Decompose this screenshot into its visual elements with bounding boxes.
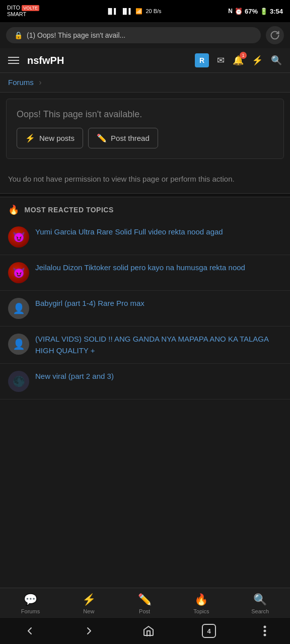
most-reacted-header: 🔥 MOST REACTED TOPICS <box>0 197 290 219</box>
carrier-name: DITO VOLTE <box>7 5 39 11</box>
hamburger-menu[interactable] <box>8 57 19 64</box>
new-posts-label: New posts <box>39 134 75 142</box>
bottom-nav-post[interactable]: ✏️ Post <box>138 593 152 614</box>
tab-switcher[interactable]: 4 <box>202 624 216 638</box>
forums-nav-label: Forums <box>21 608 40 614</box>
carrier-name2: SMART <box>7 11 39 18</box>
browser-bar: 🔒 (1) Oops! This page isn't avail... <box>0 22 290 48</box>
topic-item[interactable]: 🌑 New viral (part 2 and 3) <box>0 364 290 399</box>
battery-time: N ⏰ 67% 🔋 3:54 <box>228 8 283 15</box>
bottom-nav-search[interactable]: 🔍 Search <box>251 593 269 614</box>
topics-list: 😈 Yumi Garcia Ultra Rare Solid Full vide… <box>0 219 290 399</box>
error-buttons: ⚡ New posts ✏️ Post thread <box>17 128 273 148</box>
post-nav-icon: ✏️ <box>138 593 152 606</box>
activity-icon[interactable]: ⚡ <box>252 55 263 66</box>
search-icon[interactable]: 🔍 <box>271 55 282 66</box>
url-text: (1) Oops! This page isn't avail... <box>27 31 125 39</box>
battery-percent: 67% <box>245 8 258 15</box>
signal-bars2: ▐▌▌ <box>121 8 132 14</box>
topic-item[interactable]: 😈 Jeilalou Dizon Tiktoker solid pero kay… <box>0 255 290 291</box>
nav-icons: R ✉ 🔔 1 ⚡ 🔍 <box>195 53 282 67</box>
topic-title: Babygirl (part 1-4) Rare Pro max <box>35 298 144 309</box>
error-box: Oops! This page isn't available. ⚡ New p… <box>6 99 284 159</box>
search-nav-icon: 🔍 <box>253 593 267 606</box>
battery-icon: 🔋 <box>260 8 268 15</box>
browser-nav: 4 <box>0 617 290 644</box>
lightning-icon: ⚡ <box>25 133 35 143</box>
breadcrumb-forums-label: Forums <box>8 78 34 87</box>
post-thread-label: Post thread <box>111 134 150 142</box>
time: 3:54 <box>270 8 283 15</box>
topic-item[interactable]: 👤 (VIRAL VIDS) SOLID !! ANG GANDA NYA MA… <box>0 327 290 364</box>
site-title: nsfwPH <box>27 55 187 66</box>
bottom-nav-topics[interactable]: 🔥 Topics <box>193 593 209 614</box>
topics-nav-icon: 🔥 <box>194 593 208 606</box>
breadcrumb-forums[interactable]: Forums <box>8 78 34 87</box>
lock-icon: 🔒 <box>14 31 23 39</box>
more-options-button[interactable] <box>263 625 266 637</box>
url-bar[interactable]: 🔒 (1) Oops! This page isn't avail... <box>6 27 261 43</box>
topic-avatar: 👤 <box>8 298 29 319</box>
forward-button[interactable] <box>83 625 95 637</box>
topic-avatar: 🌑 <box>8 371 29 392</box>
topics-nav-label: Topics <box>193 608 209 614</box>
bottom-nav-forums[interactable]: 💬 Forums <box>21 593 40 614</box>
notifications-icon[interactable]: 🔔 1 <box>233 55 244 66</box>
user-avatar[interactable]: R <box>195 53 209 67</box>
topic-item[interactable]: 👤 Babygirl (part 1-4) Rare Pro max <box>0 291 290 327</box>
svg-point-1 <box>264 630 266 632</box>
edit-icon: ✏️ <box>97 133 107 143</box>
new-posts-button[interactable]: ⚡ New posts <box>17 128 83 148</box>
search-nav-label: Search <box>251 608 269 614</box>
topic-avatar: 😈 <box>8 226 29 248</box>
error-title: Oops! This page isn't available. <box>17 109 273 120</box>
topic-title: (VIRAL VIDS) SOLID !! ANG GANDA NYA MAPA… <box>35 334 282 356</box>
forums-nav-icon: 💬 <box>24 593 37 606</box>
bottom-nav: 💬 Forums ⚡ New ✏️ Post 🔥 Topics 🔍 Search <box>0 588 290 617</box>
fire-icon: 🔥 <box>8 204 20 215</box>
signal-info: ▐▌▌ ▐▌▌ 📶 20 B/s <box>106 8 162 15</box>
svg-point-0 <box>264 626 266 628</box>
post-nav-label: Post <box>139 608 150 614</box>
new-nav-icon: ⚡ <box>82 593 96 606</box>
nfc-icon: N <box>228 8 233 15</box>
home-button[interactable] <box>142 625 155 637</box>
topic-avatar: 😈 <box>8 262 29 283</box>
alarm-icon: ⏰ <box>235 8 243 15</box>
topic-title: Yumi Garcia Ultra Rare Solid Full video … <box>35 226 223 238</box>
status-bar: DITO VOLTE SMART ▐▌▌ ▐▌▌ 📶 20 B/s N ⏰ 67… <box>0 0 290 22</box>
svg-point-2 <box>264 634 266 636</box>
nav-bar: nsfwPH R ✉ 🔔 1 ⚡ 🔍 <box>0 48 290 73</box>
new-nav-label: New <box>83 608 94 614</box>
topic-title: New viral (part 2 and 3) <box>35 371 114 382</box>
wifi-icon: 📶 <box>135 8 142 15</box>
topic-title: Jeilalou Dizon Tiktoker solid pero kayo … <box>35 262 245 274</box>
signal-bars: ▐▌▌ <box>106 8 118 14</box>
notification-badge: 1 <box>240 52 247 59</box>
reload-button[interactable] <box>266 26 284 44</box>
post-thread-button[interactable]: ✏️ Post thread <box>88 128 158 148</box>
topic-avatar: 👤 <box>8 334 29 355</box>
bottom-nav-new[interactable]: ⚡ New <box>82 593 96 614</box>
breadcrumb: Forums › <box>0 73 290 93</box>
back-button[interactable] <box>24 625 36 637</box>
network-speed: 20 B/s <box>146 8 161 14</box>
tab-count: 4 <box>207 627 210 635</box>
topic-item[interactable]: 😈 Yumi Garcia Ultra Rare Solid Full vide… <box>0 219 290 255</box>
carrier-info: DITO VOLTE SMART <box>7 5 39 18</box>
permission-text: You do not have permission to view this … <box>0 165 290 193</box>
most-reacted-title: MOST REACTED TOPICS <box>25 206 114 214</box>
section-divider <box>0 193 290 197</box>
breadcrumb-arrow: › <box>39 78 41 87</box>
messages-icon[interactable]: ✉ <box>217 55 225 66</box>
